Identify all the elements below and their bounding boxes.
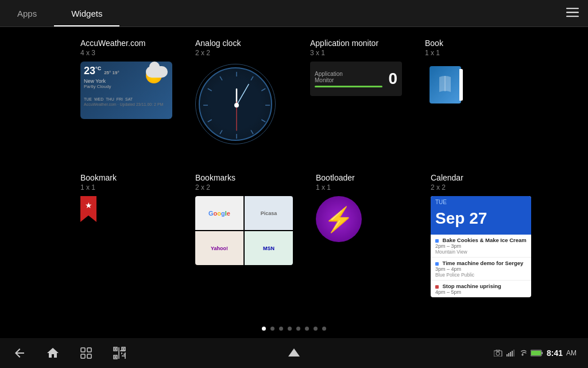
wifi-icon — [518, 350, 527, 356]
pagination-dot-1[interactable] — [262, 327, 266, 331]
book-title: Book — [425, 39, 517, 48]
widget-row-1: AccuWeather.com 4 x 3 23°C 25° 19° New Y… — [80, 39, 571, 144]
svg-rect-41 — [508, 353, 509, 356]
appmon-value: 0 — [388, 70, 397, 88]
home-button[interactable] — [45, 345, 61, 361]
bookmark-title: Bookmark — [80, 173, 172, 182]
book-icon — [430, 66, 461, 103]
pagination-dot-6[interactable] — [305, 327, 309, 331]
svg-rect-0 — [566, 8, 579, 9]
pagination-dot-7[interactable] — [314, 327, 318, 331]
book-preview — [425, 62, 465, 108]
svg-rect-47 — [531, 351, 541, 355]
widget-appmon[interactable]: Application monitor 3 x 1 ApplicationMon… — [310, 39, 402, 144]
tab-apps[interactable]: Apps — [0, 0, 54, 26]
cal-dot-2 — [435, 262, 439, 266]
cal-dot-1 — [435, 239, 439, 243]
svg-line-5 — [261, 89, 265, 91]
tab-bar: Apps Widgets — [0, 0, 588, 27]
svg-rect-22 — [81, 354, 85, 358]
pagination-dot-2[interactable] — [270, 327, 274, 331]
widget-accuweather[interactable]: AccuWeather.com 4 x 3 23°C 25° 19° New Y… — [80, 39, 172, 144]
svg-rect-21 — [87, 348, 91, 352]
calendar-preview: TUE Sep 27 Bake Cookies & Make Ice Cream… — [431, 196, 531, 297]
signal-icon — [506, 350, 514, 356]
cal-event-title-2: Time machine demo for Sergey — [443, 260, 524, 266]
cal-event-time-2: 3pm – 4pm — [435, 266, 527, 272]
bookmarks-size: 2 x 2 — [195, 183, 293, 191]
svg-line-4 — [251, 76, 253, 80]
cal-event-time-1: 2pm – 3pm — [435, 243, 527, 249]
svg-line-13 — [208, 89, 212, 91]
recent-apps-button[interactable] — [78, 345, 94, 361]
cal-header: TUE — [431, 196, 531, 208]
appmon-preview: ApplicationMonitor 0 — [310, 62, 402, 96]
appmon-title: Application monitor — [310, 39, 402, 48]
pagination-dot-3[interactable] — [279, 327, 283, 331]
pagination — [0, 321, 588, 336]
clock-size: 2 x 2 — [195, 49, 287, 57]
clock-title: Analog clock — [195, 39, 287, 48]
pagination-dot-5[interactable] — [296, 327, 300, 331]
svg-line-14 — [220, 76, 222, 80]
main-content: AccuWeather.com 4 x 3 23°C 25° 19° New Y… — [0, 27, 588, 338]
cal-day: TUE — [435, 199, 447, 205]
clock-preview — [195, 64, 276, 144]
screenshot-icon — [494, 350, 503, 356]
bm-yahoo: Yahoo! — [195, 231, 243, 265]
accu-bottom: AccuWeather.com · Updated 23/11.00: 2 PM — [84, 102, 169, 106]
widget-accu-size: 4 x 3 — [80, 49, 172, 57]
svg-rect-20 — [81, 348, 85, 352]
am-pm: AM — [566, 349, 577, 357]
widget-bookmarks[interactable]: Bookmarks 2 x 2 G o o g l e Picasa Yahoo… — [195, 173, 293, 297]
svg-line-8 — [251, 130, 253, 134]
svg-rect-27 — [115, 348, 117, 350]
tab-widgets[interactable]: Widgets — [54, 0, 119, 26]
widget-bootloader[interactable]: Bootloader 1 x 1 ⚡ — [316, 173, 408, 297]
svg-point-18 — [234, 103, 239, 108]
back-button[interactable] — [11, 345, 28, 361]
widget-bookmark[interactable]: Bookmark 1 x 1 ★ — [80, 173, 172, 297]
cal-event-time-3: 4pm – 5pm — [435, 289, 527, 295]
bm-msn: MSN — [245, 231, 293, 265]
appmon-bar — [315, 86, 382, 87]
menu-icon[interactable] — [566, 7, 579, 20]
scan-button[interactable] — [111, 345, 127, 361]
bootloader-size: 1 x 1 — [316, 183, 408, 191]
widget-book[interactable]: Book 1 x 1 — [425, 39, 517, 144]
bottom-bar: 8:41 AM — [0, 338, 588, 368]
bookmark-icon: ★ — [80, 196, 96, 222]
appmon-label: ApplicationMonitor — [315, 71, 382, 83]
calendar-title: Calendar — [431, 173, 531, 182]
nav-buttons — [11, 345, 127, 361]
svg-rect-23 — [87, 354, 91, 358]
svg-point-38 — [496, 352, 500, 355]
widget-calendar[interactable]: Calendar 2 x 2 TUE Sep 27 Bake Cookies &… — [431, 173, 531, 297]
cal-event-3: Stop machine uprising 4pm – 5pm — [431, 281, 531, 297]
svg-line-16 — [237, 85, 249, 105]
widget-row-2: Bookmark 1 x 1 ★ Bookmarks 2 x 2 G o o g… — [80, 173, 571, 297]
bootloader-icon: ⚡ — [316, 196, 362, 242]
calendar-size: 2 x 2 — [431, 183, 531, 191]
bm-google: G o o g l e — [195, 196, 243, 230]
svg-rect-29 — [115, 356, 117, 358]
cal-event-title-3: Stop machine uprising — [443, 283, 501, 289]
status-bar: 8:41 AM — [494, 348, 577, 358]
appmon-size: 3 x 1 — [310, 49, 402, 57]
svg-rect-1 — [566, 12, 579, 13]
svg-rect-43 — [512, 351, 513, 356]
book-size: 1 x 1 — [425, 49, 517, 57]
time: 8:41 — [547, 348, 563, 358]
cal-event-title-1: Bake Cookies & Make Ice Cream — [443, 237, 527, 243]
pagination-dot-8[interactable] — [322, 327, 326, 331]
tab-apps-label: Apps — [17, 9, 37, 18]
cal-event-loc-2: Blue Police Public — [435, 272, 527, 278]
svg-rect-42 — [510, 352, 511, 356]
pagination-dot-4[interactable] — [288, 327, 292, 331]
scroll-up-button[interactable] — [286, 345, 302, 361]
svg-rect-46 — [541, 352, 543, 354]
svg-line-10 — [220, 130, 222, 134]
widget-analog-clock[interactable]: Analog clock 2 x 2 — [195, 39, 287, 144]
cal-event-1: Bake Cookies & Make Ice Cream 2pm – 3pm … — [431, 235, 531, 258]
battery-icon — [531, 350, 543, 356]
